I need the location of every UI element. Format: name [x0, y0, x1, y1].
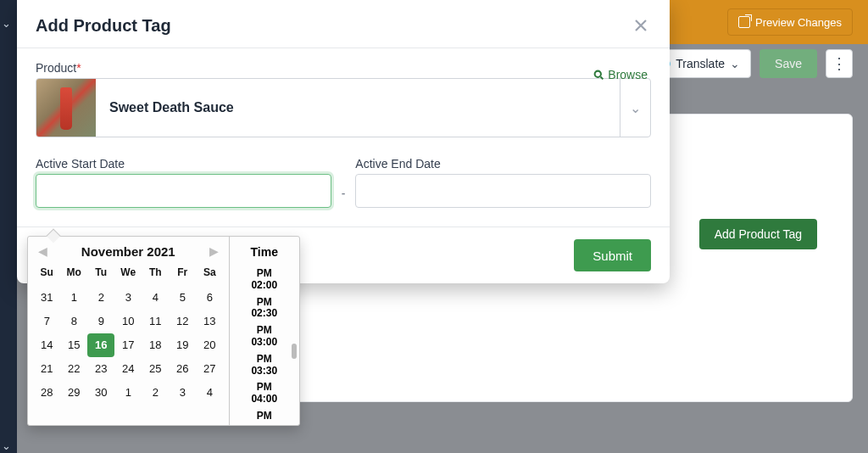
- calendar-day[interactable]: 5: [169, 286, 196, 310]
- calendar-day[interactable]: 7: [33, 310, 60, 333]
- preview-changes-button[interactable]: Preview Changes: [727, 8, 853, 36]
- calendar-day[interactable]: 10: [114, 310, 142, 333]
- product-dropdown-caret[interactable]: ⌄: [620, 79, 650, 137]
- calendar-day[interactable]: 19: [169, 333, 196, 357]
- calendar-day[interactable]: 16: [87, 333, 114, 357]
- time-option[interactable]: PM: [230, 408, 299, 425]
- translate-label: Translate: [676, 57, 725, 70]
- external-icon: [738, 16, 750, 28]
- calendar-day[interactable]: 25: [142, 357, 169, 381]
- product-thumbnail: [36, 79, 96, 137]
- time-list[interactable]: PM02:00PM02:30PM03:00PM03:30PM04:00PM: [230, 266, 299, 425]
- product-select[interactable]: Sweet Death Sauce ⌄: [36, 78, 651, 137]
- time-option[interactable]: PM04:00: [230, 379, 299, 408]
- preview-label: Preview Changes: [755, 16, 842, 29]
- calendar-day[interactable]: 13: [196, 310, 223, 333]
- svg-point-0: [595, 70, 601, 76]
- calendar-day[interactable]: 29: [60, 381, 87, 405]
- calendar-day[interactable]: 26: [169, 357, 196, 381]
- calendar-day[interactable]: 1: [60, 286, 87, 310]
- save-button[interactable]: Save: [760, 49, 817, 78]
- chevron-down-icon[interactable]: ⌄: [2, 439, 11, 452]
- calendar-day[interactable]: 6: [196, 286, 223, 310]
- calendar-day[interactable]: 3: [114, 286, 142, 310]
- dow-header: Sa: [196, 262, 223, 286]
- submit-button[interactable]: Submit: [574, 239, 651, 271]
- browse-label: Browse: [608, 68, 648, 81]
- chevron-down-icon: ⌄: [730, 57, 740, 70]
- sidebar: ⌄ ⌄: [0, 0, 17, 453]
- dow-header: Fr: [169, 262, 196, 286]
- dow-header: Mo: [60, 262, 87, 286]
- calendar-day[interactable]: 4: [142, 286, 169, 310]
- modal-title: Add Product Tag: [36, 16, 171, 36]
- calendar-day[interactable]: 1: [114, 381, 142, 405]
- calendar-day[interactable]: 21: [33, 357, 60, 381]
- calendar-day[interactable]: 22: [60, 357, 87, 381]
- product-name: Sweet Death Sauce: [96, 79, 620, 137]
- calendar-day[interactable]: 3: [169, 381, 196, 405]
- calendar-day[interactable]: 30: [87, 381, 114, 405]
- scrollbar-thumb[interactable]: [292, 344, 297, 359]
- calendar-day[interactable]: 2: [142, 381, 169, 405]
- time-scrollbar[interactable]: [291, 267, 298, 423]
- calendar-day[interactable]: 14: [33, 333, 60, 357]
- dow-header: We: [114, 262, 142, 286]
- close-button[interactable]: [631, 15, 651, 36]
- search-icon: [593, 70, 604, 81]
- calendar-day[interactable]: 2: [87, 286, 114, 310]
- calendar-day[interactable]: 11: [142, 310, 169, 333]
- calendar-day[interactable]: 9: [87, 310, 114, 333]
- dow-header: Tu: [87, 262, 114, 286]
- month-year-label: November 2021: [81, 244, 175, 259]
- calendar-day[interactable]: 31: [33, 286, 60, 310]
- date-range-separator: -: [342, 187, 346, 200]
- end-date-label: Active End Date: [355, 157, 440, 171]
- time-option[interactable]: PM03:30: [230, 351, 299, 380]
- calendar-day[interactable]: 20: [196, 333, 223, 357]
- calendar-day[interactable]: 12: [169, 310, 196, 333]
- browse-link[interactable]: Browse: [593, 68, 648, 81]
- start-date-label: Active Start Date: [36, 157, 125, 171]
- dow-header: Th: [142, 262, 169, 286]
- chevron-down-icon: ⌄: [630, 100, 641, 116]
- calendar-day[interactable]: 27: [196, 357, 223, 381]
- calendar-day[interactable]: 24: [114, 357, 142, 381]
- time-option[interactable]: PM02:30: [230, 294, 299, 323]
- calendar-day[interactable]: 23: [87, 357, 114, 381]
- more-menu-button[interactable]: ⋮: [826, 49, 853, 78]
- chevron-down-icon[interactable]: ⌄: [2, 17, 11, 30]
- calendar-day[interactable]: 18: [142, 333, 169, 357]
- close-icon: [633, 18, 648, 33]
- calendar-day[interactable]: 28: [33, 381, 60, 405]
- calendar-day[interactable]: 8: [60, 310, 87, 333]
- date-picker: ◀ November 2021 ▶ SuMoTuWeThFrSa31123456…: [27, 236, 300, 426]
- start-date-input[interactable]: [36, 174, 331, 208]
- time-option[interactable]: PM02:00: [230, 266, 299, 294]
- prev-month-button[interactable]: ◀: [35, 243, 50, 259]
- time-header: Time: [230, 237, 299, 266]
- time-option[interactable]: PM03:00: [230, 322, 299, 351]
- add-product-tag-button[interactable]: Add Product Tag: [699, 219, 817, 249]
- end-date-input[interactable]: [355, 174, 651, 208]
- product-label: Product*: [36, 61, 81, 75]
- calendar-day[interactable]: 17: [114, 333, 142, 357]
- dow-header: Su: [33, 262, 60, 286]
- next-month-button[interactable]: ▶: [207, 243, 222, 259]
- calendar-day[interactable]: 15: [60, 333, 87, 357]
- calendar-day[interactable]: 4: [196, 381, 223, 405]
- page-toolbar: 🌐 Translate ⌄ Save ⋮: [645, 49, 853, 78]
